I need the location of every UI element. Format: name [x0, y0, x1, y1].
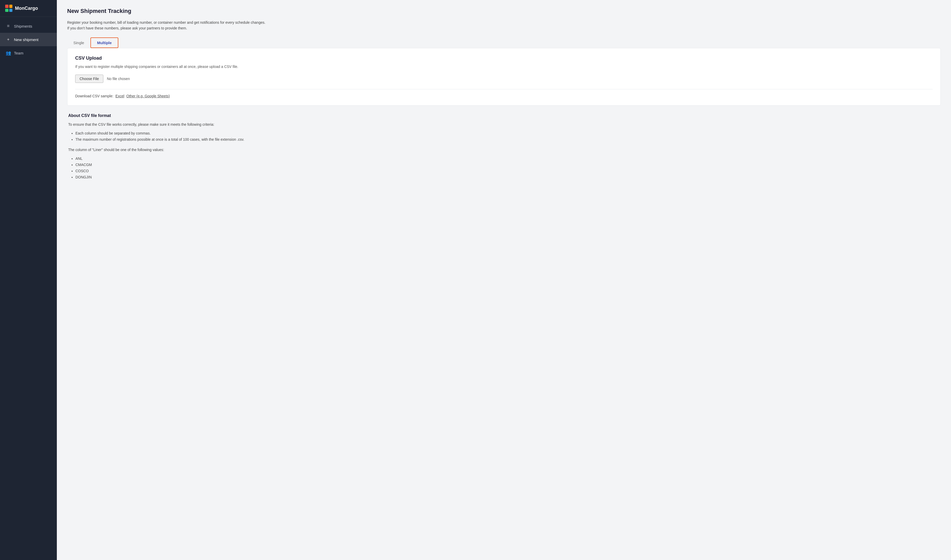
- team-icon: 👥: [6, 50, 11, 56]
- download-row: Download CSV sample: Excel Other (e.g. G…: [75, 94, 933, 98]
- liner-value-4: DONGJIN: [76, 174, 940, 180]
- choose-file-button[interactable]: Choose File: [75, 75, 103, 83]
- logo-text: MonCargo: [15, 6, 38, 11]
- criteria-item-2: The maximum number of registrations poss…: [76, 137, 940, 143]
- sidebar-item-shipments[interactable]: ≡ Shipments: [0, 19, 57, 33]
- tab-single[interactable]: Single: [67, 37, 91, 48]
- excel-download-link[interactable]: Excel: [116, 94, 124, 98]
- csv-info-section: About CSV file format To ensure that the…: [67, 113, 941, 180]
- csv-upload-title: CSV Upload: [75, 55, 933, 61]
- other-download-link[interactable]: Other (e.g. Google Sheets): [126, 94, 170, 98]
- shipments-icon: ≡: [6, 23, 11, 29]
- csv-upload-card: CSV Upload If you want to register multi…: [67, 48, 941, 106]
- csv-info-intro: To ensure that the CSV file works correc…: [68, 122, 940, 127]
- logo-icon: [5, 5, 12, 12]
- csv-info-title: About CSV file format: [68, 113, 940, 118]
- new-shipment-icon: +: [6, 37, 11, 42]
- tab-multiple[interactable]: Multiple: [91, 37, 119, 48]
- page-description: Register your booking number, bill of lo…: [67, 20, 941, 31]
- sidebar-item-new-shipment-label: New shipment: [14, 37, 39, 42]
- page-title: New Shipment Tracking: [67, 8, 941, 14]
- liner-value-1: ANL: [76, 156, 940, 162]
- download-label: Download CSV sample:: [75, 94, 113, 98]
- file-upload-row: Choose File No file chosen: [75, 75, 933, 83]
- sidebar-nav: ≡ Shipments + New shipment 👥 Team: [0, 17, 57, 60]
- sidebar-logo: MonCargo: [0, 0, 57, 17]
- criteria-item-1: Each column should be separated by comma…: [76, 131, 940, 137]
- liner-intro: The column of "Liner" should be one of t…: [68, 147, 940, 152]
- criteria-list: Each column should be separated by comma…: [76, 131, 940, 143]
- divider: [75, 89, 933, 89]
- sidebar-item-team[interactable]: 👥 Team: [0, 46, 57, 60]
- liner-values-list: ANL CMACGM COSCO DONGJIN: [76, 156, 940, 180]
- sidebar-item-new-shipment[interactable]: + New shipment: [0, 33, 57, 46]
- sidebar: MonCargo ≡ Shipments + New shipment 👥 Te…: [0, 0, 57, 560]
- liner-value-3: COSCO: [76, 168, 940, 174]
- main-content: New Shipment Tracking Register your book…: [57, 0, 951, 560]
- csv-upload-description: If you want to register multiple shippin…: [75, 64, 933, 69]
- liner-value-2: CMACGM: [76, 162, 940, 168]
- no-file-text: No file chosen: [107, 77, 130, 81]
- sidebar-item-team-label: Team: [14, 51, 23, 55]
- sidebar-item-shipments-label: Shipments: [14, 24, 32, 28]
- tabs-container: Single Multiple: [67, 37, 941, 48]
